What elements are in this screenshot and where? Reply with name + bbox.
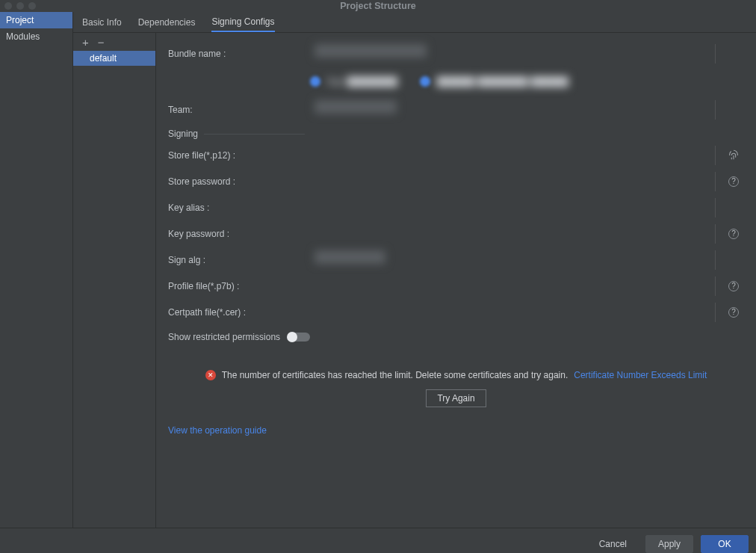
config-item-label: default [90, 53, 117, 64]
window-close-icon[interactable] [4, 2, 12, 10]
tab-dependencies[interactable]: Dependencies [138, 13, 196, 31]
sign-alg-select[interactable] [310, 250, 716, 270]
bundle-name-label: Bundle name : [168, 49, 303, 59]
config-toolbar: + − [73, 33, 155, 51]
radio-label-redacted: ██████ ████████ ██████ [436, 76, 568, 87]
divider [204, 134, 305, 135]
profile-file-field[interactable] [310, 276, 716, 296]
store-password-label: Store password : [168, 176, 303, 187]
window-zoom-icon[interactable] [28, 2, 36, 10]
window-minimize-icon[interactable] [16, 2, 24, 10]
signing-mode-radios: Sign ████████ ██████ ████████ ██████ [168, 67, 744, 96]
sign-alg-label: Sign alg : [168, 255, 303, 265]
signing-form: Bundle name : Sign ████████ [156, 33, 756, 528]
toggle-knob [287, 332, 297, 342]
profile-file-label: Profile file(*.p7b) : [168, 281, 303, 291]
radio-label-redacted: Sign ████████ [326, 76, 397, 87]
key-password-label: Key password : [168, 229, 303, 239]
signing-legend: Signing [168, 129, 198, 139]
tab-label: Basic Info [82, 17, 122, 28]
show-restricted-toggle[interactable] [288, 333, 310, 342]
radio-option-1[interactable]: Sign ████████ [310, 76, 397, 87]
certpath-file-field[interactable] [310, 303, 716, 322]
left-rail-item-project[interactable]: Project [0, 12, 72, 28]
window-title: Project Structure [0, 1, 756, 11]
tabs: Basic Info Dependencies Signing Configs [73, 12, 756, 33]
radio-option-2[interactable]: ██████ ████████ ██████ [420, 76, 568, 87]
radio-dot-icon [420, 76, 430, 87]
store-password-field[interactable] [310, 172, 716, 191]
team-label: Team: [168, 105, 303, 115]
left-rail-item-label: Project [6, 15, 34, 25]
tab-signing-configs[interactable]: Signing Configs [211, 12, 274, 32]
show-restricted-label: Show restricted permissions [168, 332, 280, 342]
try-again-button[interactable]: Try Again [426, 389, 486, 407]
left-rail-item-label: Modules [6, 31, 40, 42]
title-bar: Project Structure [0, 0, 756, 12]
left-rail: Project Modules [0, 12, 73, 528]
help-key-password-icon[interactable]: ? [728, 229, 739, 239]
store-file-field[interactable] [310, 146, 716, 165]
tab-label: Dependencies [138, 17, 196, 28]
remove-config-button[interactable]: − [98, 37, 105, 48]
help-store-password-icon[interactable]: ? [728, 176, 739, 187]
cancel-button[interactable]: Cancel [588, 535, 638, 553]
certpath-file-label: Certpath file(*.cer) : [168, 307, 303, 318]
key-alias-label: Key alias : [168, 203, 303, 213]
config-item[interactable]: default [73, 51, 155, 66]
left-rail-item-modules[interactable]: Modules [0, 28, 72, 45]
ok-button[interactable]: OK [701, 535, 749, 553]
help-profile-file-icon[interactable]: ? [728, 281, 739, 291]
error-help-link[interactable]: Certificate Number Exceeds Limit [574, 370, 707, 380]
config-list: default [73, 51, 155, 66]
tab-label: Signing Configs [211, 16, 274, 27]
view-operation-guide-link[interactable]: View the operation guide [168, 425, 267, 436]
error-icon: ✕ [205, 370, 216, 380]
config-panel: + − default [73, 33, 156, 528]
error-message: The number of certificates has reached t… [222, 370, 568, 380]
add-config-button[interactable]: + [82, 37, 89, 48]
apply-button[interactable]: Apply [645, 535, 693, 553]
window-controls [4, 2, 36, 10]
fingerprint-icon[interactable] [728, 149, 740, 161]
bundle-name-field[interactable] [310, 44, 716, 64]
team-select[interactable] [310, 100, 716, 120]
key-alias-field[interactable] [310, 198, 716, 217]
dialog-footer: Cancel Apply OK [0, 528, 756, 553]
error-block: ✕ The number of certificates has reached… [168, 370, 744, 407]
tab-basic-info[interactable]: Basic Info [82, 13, 122, 31]
store-file-label: Store file(*.p12) : [168, 150, 303, 161]
help-certpath-file-icon[interactable]: ? [728, 307, 739, 318]
radio-dot-icon [310, 76, 320, 87]
key-password-field[interactable] [310, 224, 716, 244]
